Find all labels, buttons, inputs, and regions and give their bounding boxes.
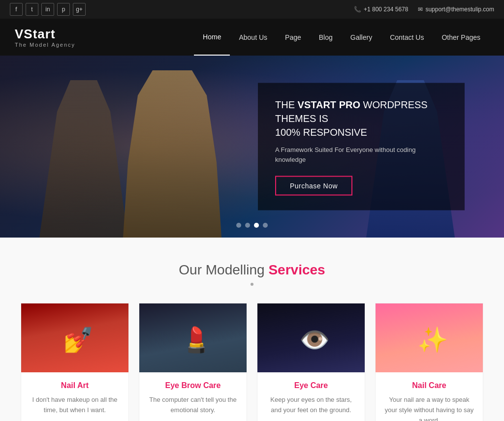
contact-info: 📞 +1 800 234 5678 ✉ support@themestulip.… — [354, 6, 494, 13]
nail-care-description: Your nail are a way to speak your style … — [383, 395, 475, 421]
header: VStart The Model Agency Home About Us Pa… — [0, 19, 504, 56]
dot-4[interactable] — [263, 223, 268, 228]
eye-brow-care-description: The computer can't tell you the emotiona… — [147, 395, 239, 416]
logo: VStart The Model Agency — [15, 27, 75, 48]
email-address: support@themestulip.com — [425, 6, 494, 13]
eye-brow-care-title: Eye Brow Care — [147, 381, 239, 390]
nav-other-pages[interactable]: Other Pages — [433, 19, 489, 56]
logo-title: VStart — [15, 27, 75, 42]
nav-blog[interactable]: Blog — [310, 19, 342, 56]
nail-care-title: Nail Care — [383, 381, 475, 390]
hero-text-box: THE VSTART PRO WORDPRESS THEMES IS100% R… — [258, 83, 465, 210]
eye-care-description: Keep your eyes on the stars, and your fe… — [265, 395, 357, 416]
phone-number: +1 800 234 5678 — [364, 6, 408, 13]
hero-section: THE VSTART PRO WORDPRESS THEMES IS100% R… — [0, 56, 504, 238]
dot-2[interactable] — [245, 223, 250, 228]
pinterest-icon[interactable]: p — [57, 3, 70, 16]
logo-subtitle: The Model Agency — [15, 42, 75, 48]
hero-brand: VSTART PRO — [298, 99, 360, 110]
social-icons: f t in p g+ — [10, 3, 86, 16]
nail-art-description: I don't have makeup on all the time, but… — [29, 395, 121, 416]
google-plus-icon[interactable]: g+ — [73, 3, 86, 16]
hero-subtext: A Framework Suited For Everyone without … — [275, 145, 447, 164]
dot-3[interactable] — [254, 223, 259, 228]
card-nail-care: Nail Care Your nail are a way to speak y… — [375, 303, 483, 421]
email-info: ✉ support@themestulip.com — [418, 6, 494, 13]
section-divider — [251, 283, 253, 286]
facebook-icon[interactable]: f — [10, 3, 23, 16]
model-figure-center — [123, 70, 221, 238]
nav-home[interactable]: Home — [194, 19, 230, 56]
card-nail-art: Nail Art I don't have makeup on all the … — [21, 303, 129, 421]
eye-care-title: Eye Care — [265, 381, 357, 390]
nail-art-title: Nail Art — [29, 381, 121, 390]
nail-art-image — [21, 303, 128, 372]
services-section: Our Modelling Services Nail Art I don't … — [0, 238, 504, 421]
eye-brow-care-image — [139, 303, 247, 372]
linkedin-icon[interactable]: in — [41, 3, 54, 16]
nav-contact-us[interactable]: Contact Us — [381, 19, 433, 56]
nav-gallery[interactable]: Gallery — [342, 19, 381, 56]
twitter-icon[interactable]: t — [26, 3, 38, 16]
hero-headline: THE VSTART PRO WORDPRESS THEMES IS100% R… — [275, 98, 447, 139]
top-bar: f t in p g+ 📞 +1 800 234 5678 ✉ support@… — [0, 0, 504, 19]
nav-page[interactable]: Page — [276, 19, 310, 56]
nav-about-us[interactable]: About Us — [230, 19, 276, 56]
hero-dots — [236, 223, 268, 228]
service-cards: Nail Art I don't have makeup on all the … — [15, 303, 489, 421]
services-title: Our Modelling Services — [15, 262, 489, 278]
eye-care-image — [257, 303, 365, 372]
phone-info: 📞 +1 800 234 5678 — [354, 6, 408, 13]
purchase-now-button[interactable]: Purchase Now — [275, 176, 352, 196]
phone-icon: 📞 — [354, 6, 361, 13]
dot-1[interactable] — [236, 223, 241, 228]
card-eye-brow-care: Eye Brow Care The computer can't tell yo… — [139, 303, 247, 421]
nail-care-image — [376, 303, 483, 372]
email-icon: ✉ — [418, 6, 423, 13]
services-title-accent: Services — [268, 262, 325, 277]
card-eye-care: Eye Care Keep your eyes on the stars, an… — [257, 303, 365, 421]
main-nav: Home About Us Page Blog Gallery Contact … — [194, 19, 489, 56]
